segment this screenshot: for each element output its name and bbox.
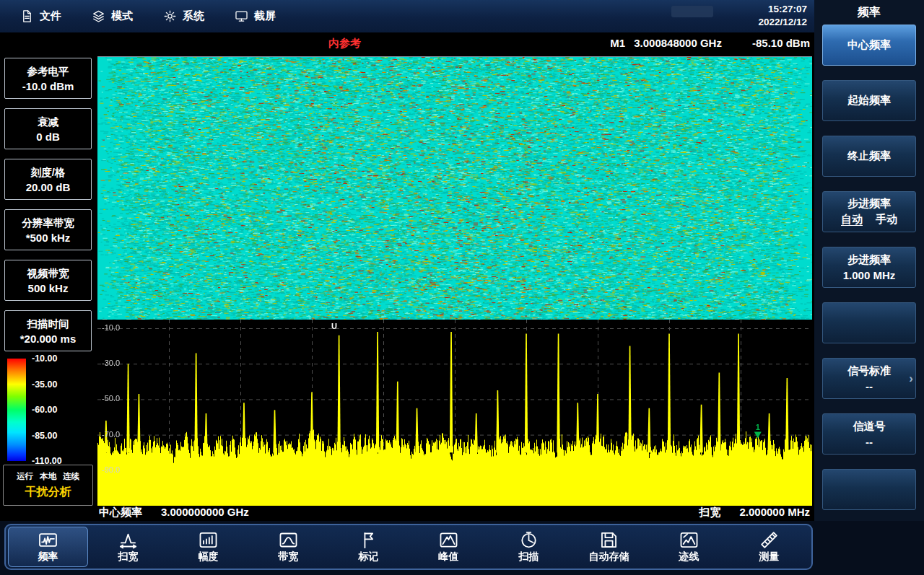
softkey-start-freq[interactable]: 起始频率 xyxy=(822,80,916,121)
param-attenuation[interactable]: 衰减0 dB xyxy=(4,108,92,149)
colorbar-tick-label: -35.00 xyxy=(32,379,62,390)
param-ref-level[interactable]: 参考电平-10.0 dBm xyxy=(4,58,92,99)
y-axis-tick-label: -30.0 xyxy=(102,359,120,367)
waterfall-display[interactable] xyxy=(97,56,812,320)
internal-reference-label: 内参考 xyxy=(328,37,361,51)
trace-icon xyxy=(679,530,699,550)
param-value: 0 dB xyxy=(36,131,60,143)
system-icon xyxy=(163,9,177,23)
softkey-channel-number[interactable]: 信道号-- xyxy=(822,413,916,455)
menu-label: 模式 xyxy=(111,9,133,23)
menu-label: 截屏 xyxy=(254,9,276,23)
toolbar-item-frequency[interactable]: 频率 xyxy=(8,527,88,567)
softkey-value: -- xyxy=(866,436,873,448)
menu-item-screenshot[interactable]: 截屏 xyxy=(235,9,276,23)
amplitude-icon xyxy=(199,530,218,550)
toolbar-item-label: 扫描 xyxy=(519,550,539,563)
menu-item-system[interactable]: 系统 xyxy=(163,9,204,23)
screenshot-icon xyxy=(235,9,248,23)
param-vbw[interactable]: 视频带宽500 kHz xyxy=(4,260,92,301)
param-scale-div[interactable]: 刻度/格20.00 dB xyxy=(4,159,92,200)
clock: 15:27:07 2022/12/12 xyxy=(758,3,807,29)
mode-icon xyxy=(92,9,105,23)
softkey-label: 中心频率 xyxy=(847,38,891,52)
y-axis-tick-label: -50.0 xyxy=(102,394,120,403)
center-frequency-label: 中心频率 xyxy=(99,506,142,519)
toolbar-item-label: 自动存储 xyxy=(589,550,629,563)
marker-frequency: 3.000848000 GHz xyxy=(634,37,722,49)
softkey-option[interactable]: 手动 xyxy=(876,213,897,227)
marker-icon xyxy=(359,530,378,550)
center-frequency-readout: 中心频率 3.000000000 GHz xyxy=(99,506,249,519)
softkey-signal-standard[interactable]: 信号标准--› xyxy=(822,358,916,399)
toolbar-item-label: 迹线 xyxy=(679,550,699,563)
main-toolbar: 频率扫宽幅度带宽标记峰值扫描自动存储迹线测量 xyxy=(4,524,813,570)
toolbar-item-bandwidth[interactable]: 带宽 xyxy=(248,527,328,567)
bandwidth-icon xyxy=(279,530,298,550)
status-word: 本地 xyxy=(40,471,56,482)
softkey-step-freq-value[interactable]: 步进频率1.000 MHz xyxy=(822,247,916,288)
peak-icon xyxy=(439,530,458,550)
toolbar-item-label: 频率 xyxy=(38,550,58,563)
y-axis-tick-label: -90.0 xyxy=(102,465,120,474)
softkey-step-freq-mode[interactable]: 步进频率自动手动 xyxy=(822,191,916,232)
menu-item-file[interactable]: 文件 xyxy=(20,9,61,23)
top-menu: 文件模式系统截屏 xyxy=(20,0,276,32)
span-label: 扫宽 xyxy=(699,506,720,519)
toolbar-item-measure[interactable]: 测量 xyxy=(729,527,809,567)
colorbar-tick-label: -85.00 xyxy=(32,431,62,441)
uncal-flag: U xyxy=(331,322,337,330)
toolbar-item-marker[interactable]: 标记 xyxy=(328,527,409,567)
softkey-option[interactable]: 自动 xyxy=(841,213,863,227)
toolbar-item-autosave[interactable]: 自动存储 xyxy=(569,527,649,567)
softkey-blank-1[interactable] xyxy=(822,302,916,343)
spectrum-display[interactable] xyxy=(97,320,812,506)
param-label: 视频带宽 xyxy=(27,267,69,281)
menu-label: 文件 xyxy=(40,9,61,23)
y-axis-tick-label: -70.0 xyxy=(102,430,120,439)
toolbar-item-label: 带宽 xyxy=(279,550,299,563)
toolbar-item-amplitude[interactable]: 幅度 xyxy=(168,527,248,567)
toolbar-item-label: 幅度 xyxy=(199,550,219,563)
softkey-blank-2[interactable] xyxy=(822,469,916,510)
colorbar-tick-label: -10.00 xyxy=(32,354,62,364)
toolbar-item-span[interactable]: 扫宽 xyxy=(88,527,168,567)
toolbar-item-sweep[interactable]: 扫描 xyxy=(489,527,569,567)
toolbar-item-label: 测量 xyxy=(759,550,780,563)
file-icon xyxy=(20,9,34,23)
time-display: 15:27:07 xyxy=(758,3,807,16)
param-value: 500 kHz xyxy=(28,282,69,294)
softkey-label: 终止频率 xyxy=(847,149,891,163)
chevron-right-icon: › xyxy=(909,372,913,386)
amplitude-colorbar xyxy=(7,359,26,461)
spectrum-analyzer-app: 文件模式系统截屏 15:27:07 2022/12/12 内参考 M13.000… xyxy=(0,0,924,575)
param-sweep-time[interactable]: 扫描时间*20.000 ms xyxy=(4,310,92,351)
param-label: 衰减 xyxy=(38,115,58,129)
toolbar-item-label: 标记 xyxy=(359,550,379,563)
softkey-value: 1.000 MHz xyxy=(843,269,896,281)
toolbar-item-peak[interactable]: 峰值 xyxy=(409,527,489,567)
softkey-center-freq[interactable]: 中心频率 xyxy=(822,25,916,66)
param-value: *500 kHz xyxy=(26,232,71,244)
softkey-label: 信道号 xyxy=(853,420,886,434)
mode-label: 干扰分析 xyxy=(25,485,71,500)
top-menu-bar: 文件模式系统截屏 15:27:07 2022/12/12 xyxy=(0,0,924,32)
toolbar-item-label: 扫宽 xyxy=(118,550,139,563)
sweep-icon xyxy=(519,530,539,550)
softkey-stop-freq[interactable]: 终止频率 xyxy=(822,136,916,177)
param-label: 参考电平 xyxy=(27,65,69,79)
menu-label: 系统 xyxy=(183,9,204,23)
toolbar-item-trace[interactable]: 迹线 xyxy=(649,527,729,567)
center-frequency-value: 3.000000000 GHz xyxy=(161,506,249,519)
param-rbw[interactable]: 分辨率带宽*500 kHz xyxy=(4,209,92,250)
param-label: 分辨率带宽 xyxy=(22,216,74,230)
softkey-panel-title: 频率 xyxy=(814,5,924,20)
frequency-softkey-panel: 频率 中心频率起始频率终止频率步进频率自动手动步进频率1.000 MHz信号标准… xyxy=(814,0,924,575)
toolbar-item-label: 峰值 xyxy=(439,550,459,563)
menu-item-mode[interactable]: 模式 xyxy=(92,9,133,23)
softkey-label: 步进频率 xyxy=(847,253,891,267)
softkey-value: -- xyxy=(866,380,873,392)
y-axis-tick-label: -10.0 xyxy=(102,323,120,332)
softkey-label: 起始频率 xyxy=(847,94,891,107)
marker-amplitude: -85.10 dBm xyxy=(752,37,810,49)
